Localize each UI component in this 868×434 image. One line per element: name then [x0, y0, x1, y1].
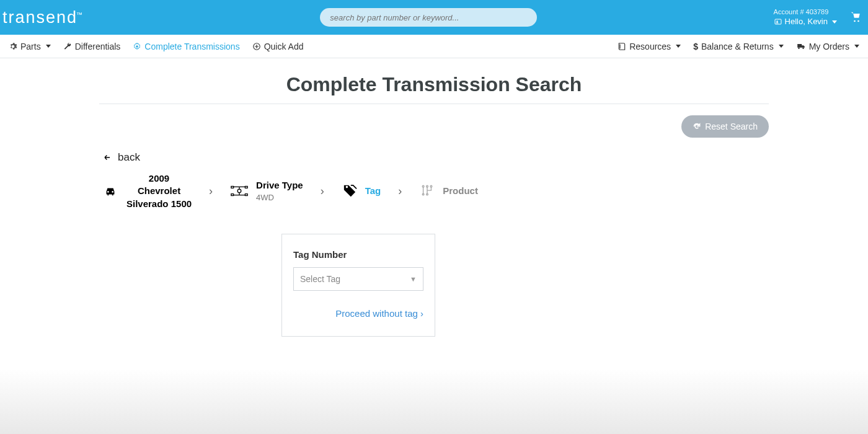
nav-differentials[interactable]: Differentials [57, 42, 127, 51]
svg-point-2 [854, 20, 856, 22]
search-input[interactable] [330, 13, 527, 22]
caret-down-icon [854, 45, 859, 48]
gear-icon [9, 42, 17, 51]
tag-icon [342, 184, 358, 198]
caret-down-icon [676, 45, 681, 48]
account-number: Account # 403789 [774, 7, 837, 16]
chevron-right-icon: › [398, 185, 402, 198]
arrow-left-icon [102, 153, 113, 162]
refresh-icon [693, 122, 701, 131]
user-greeting: Hello, Kevin [774, 17, 837, 27]
tag-number-card: Tag Number Select Tag ▼ Proceed without … [281, 234, 435, 337]
gear-icon [133, 42, 141, 51]
proceed-without-tag-link[interactable]: Proceed without tag › [293, 308, 423, 319]
step-product: Product [419, 184, 478, 198]
dollar-icon: $ [693, 42, 698, 51]
caret-down-icon [779, 45, 784, 48]
wizard-breadcrumb: 2009 Chevrolet Silverado 1500 › Drive Ty… [99, 172, 769, 210]
page-title: Complete Transmission Search [99, 73, 769, 96]
svg-rect-6 [231, 187, 234, 188]
nav-complete-transmissions[interactable]: Complete Transmissions [126, 42, 246, 51]
truck-icon [796, 42, 806, 51]
caret-down-icon [832, 20, 837, 24]
account-menu[interactable]: Account # 403789 Hello, Kevin [774, 7, 837, 27]
chevron-right-icon: › [321, 185, 324, 198]
step-drive-type[interactable]: Drive Type 4WD [230, 179, 303, 203]
secondary-nav: Parts Differentials Complete Transmissio… [0, 35, 868, 58]
drivetrain-icon [230, 184, 249, 198]
svg-rect-9 [245, 194, 247, 196]
id-card-icon [774, 18, 782, 25]
reset-search-button[interactable]: Reset Search [681, 115, 769, 138]
product-title: Product [443, 185, 478, 197]
tag-title: Tag [365, 185, 381, 197]
vehicle-year: 2009 [126, 172, 192, 185]
nav-quick-add[interactable]: Quick Add [246, 42, 310, 51]
svg-point-4 [136, 45, 139, 48]
svg-rect-0 [775, 19, 781, 24]
book-icon [618, 42, 626, 51]
drive-type-title: Drive Type [256, 179, 303, 192]
step-vehicle[interactable]: 2009 Chevrolet Silverado 1500 [102, 172, 192, 210]
vehicle-make: Chevrolet [126, 185, 192, 197]
drive-type-value: 4WD [256, 192, 303, 203]
chevron-right-icon: › [209, 185, 213, 198]
wrench-icon [63, 42, 72, 51]
main-content: Complete Transmission Search Reset Searc… [87, 73, 781, 337]
caret-down-icon [46, 45, 51, 48]
tag-number-label: Tag Number [293, 249, 423, 260]
step-tag[interactable]: Tag [342, 184, 381, 198]
nav-resources[interactable]: Resources [611, 42, 687, 51]
caret-down-icon: ▼ [410, 275, 417, 283]
divider [99, 104, 769, 104]
nav-my-orders[interactable]: My Orders [790, 42, 866, 51]
header-right: Account # 403789 Hello, Kevin [774, 7, 862, 27]
nav-parts[interactable]: Parts [2, 42, 57, 51]
tag-select-dropdown[interactable]: Select Tag ▼ [293, 267, 423, 291]
car-icon [102, 184, 119, 198]
svg-point-3 [857, 20, 859, 22]
top-header: transend™ Account # 403789 Hello, Kevin [0, 0, 868, 35]
global-search[interactable] [320, 8, 537, 27]
brand-logo: transend™ [2, 8, 84, 27]
svg-rect-8 [231, 194, 234, 196]
back-link[interactable]: back [102, 151, 769, 164]
plus-circle-icon [252, 42, 261, 51]
gearshift-icon [419, 184, 435, 198]
svg-point-10 [237, 190, 241, 193]
cart-icon[interactable] [849, 12, 862, 23]
nav-balance-returns[interactable]: $ Balance & Returns [687, 42, 790, 51]
svg-point-1 [776, 20, 778, 22]
tag-select-placeholder: Select Tag [300, 274, 340, 284]
svg-rect-7 [245, 187, 247, 188]
vehicle-model: Silverado 1500 [126, 198, 192, 210]
